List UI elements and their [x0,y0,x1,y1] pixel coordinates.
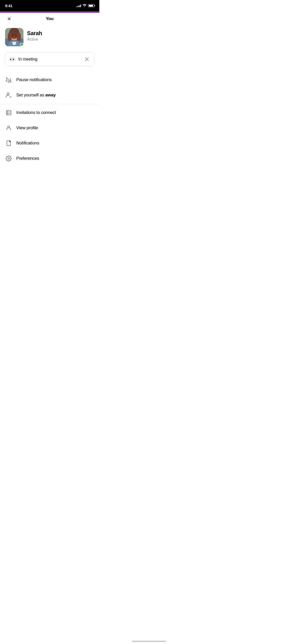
svg-point-8 [12,35,13,36]
pause-notifications-item[interactable]: Pause notifications [0,72,99,87]
online-indicator [20,43,23,46]
svg-point-6 [8,32,12,41]
notifications-label: Notifications [16,141,39,146]
status-input-left: 👀 In meeting [9,56,37,62]
status-input-text: In meeting [18,57,37,62]
pause-notifications-label: Pause notifications [16,77,52,82]
status-input-container[interactable]: 👀 In meeting [5,52,94,66]
view-profile-label: View profile [16,125,38,130]
status-icons [76,4,94,8]
close-icon [7,17,11,21]
svg-point-24 [9,141,11,142]
svg-point-25 [8,158,9,159]
preferences-item[interactable]: Preferences [0,151,99,166]
svg-point-7 [17,32,21,41]
svg-point-14 [7,93,9,95]
profile-name: Sarah [27,30,42,37]
status-time: 9:41 [5,4,12,8]
status-bar: 9:41 [0,0,99,11]
person-icon [5,124,12,131]
menu-section: Pause notifications Set yourself as away [0,70,99,168]
phone-notification-icon [5,140,12,147]
header: You [0,13,99,25]
status-clear-button[interactable] [84,56,90,62]
view-profile-item[interactable]: View profile [0,120,99,136]
avatar-wrapper [5,28,23,46]
wifi-icon [83,4,87,8]
invitations-item[interactable]: Invitations to connect [0,105,99,120]
close-button[interactable] [5,15,13,23]
header-title: You [46,16,53,21]
preferences-label: Preferences [16,156,39,161]
profile-status-text: Active [27,37,42,42]
menu-divider [0,104,99,104]
person-away-icon [5,92,12,99]
gear-icon [5,155,12,162]
notifications-item[interactable]: Notifications [0,136,99,151]
svg-point-10 [14,37,15,38]
svg-point-9 [15,35,17,36]
battery-icon [88,4,94,7]
svg-rect-15 [6,110,11,115]
status-emoji: 👀 [9,56,16,62]
bell-slash-icon [5,76,12,83]
signal-icon [76,4,81,7]
building-icon [5,109,12,116]
invitations-label: Invitations to connect [16,110,56,115]
profile-info: Sarah Active [27,28,42,42]
set-away-item[interactable]: Set yourself as away [0,87,99,103]
set-away-label: Set yourself as away [16,93,56,98]
profile-section: Sarah Active [0,25,99,51]
